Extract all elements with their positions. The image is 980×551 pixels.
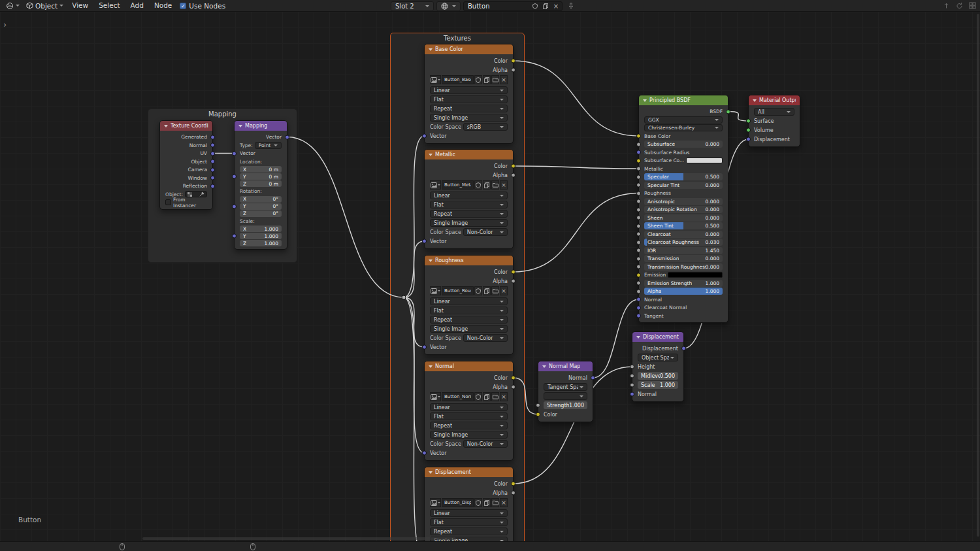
image-browse-button[interactable] <box>430 498 441 507</box>
editor-layout-icon[interactable] <box>969 2 976 9</box>
node-header[interactable]: Normal <box>425 361 513 371</box>
color-space-dropdown[interactable]: sRGB <box>463 123 508 131</box>
editor-type-button[interactable] <box>3 1 23 11</box>
socket-vector-input[interactable] <box>630 392 634 397</box>
socket-value-input[interactable] <box>636 216 641 220</box>
socket-value-input[interactable] <box>636 142 641 146</box>
node-header[interactable]: Material Output <box>749 95 800 105</box>
node-header[interactable]: Displacement <box>425 467 513 477</box>
unlink-image-icon[interactable]: × <box>500 392 508 401</box>
scale-slider[interactable]: Scale1.000 <box>638 381 678 389</box>
socket-value-input[interactable] <box>536 403 540 408</box>
socket-color-output[interactable] <box>511 270 515 275</box>
fake-user-shield-icon[interactable] <box>474 75 482 84</box>
open-image-folder-icon[interactable] <box>491 498 499 507</box>
image-browse-button[interactable] <box>430 286 441 295</box>
refresh-icon[interactable] <box>956 2 963 9</box>
socket-value-input[interactable] <box>636 175 641 179</box>
collapse-triangle-icon[interactable] <box>542 365 546 368</box>
use-nodes-checkbox[interactable]: ✓ Use Nodes <box>180 2 225 10</box>
unlink-image-icon[interactable]: × <box>500 75 508 84</box>
socket-vector-output[interactable] <box>591 376 595 380</box>
strength-slider[interactable]: Strength1.000 <box>544 401 587 409</box>
ggx-dropdown[interactable]: GGX <box>644 116 723 124</box>
repeat-dropdown[interactable]: Repeat <box>430 527 508 535</box>
linear-dropdown[interactable]: Linear <box>430 403 508 411</box>
repeat-dropdown[interactable]: Repeat <box>430 105 508 112</box>
socket-vector-input[interactable] <box>636 150 641 155</box>
unlink-image-icon[interactable]: × <box>500 286 508 295</box>
image-name-field[interactable]: Button_Metallic... <box>442 180 474 190</box>
socket-shader-output[interactable] <box>726 109 730 114</box>
midlevel-slider[interactable]: Midlevel0.500 <box>638 372 678 380</box>
socket-value-output[interactable] <box>511 491 515 495</box>
socket-value-input[interactable] <box>636 167 641 171</box>
socket-color-input[interactable] <box>636 158 641 163</box>
socket-color-output[interactable] <box>511 376 515 380</box>
node-mapping[interactable]: MappingVectorType:PointVectorLocation:X0… <box>234 120 287 250</box>
node-header[interactable]: Texture Coordinate <box>160 121 212 131</box>
region-toggle-icon[interactable]: › <box>3 20 7 29</box>
emission-color-swatch[interactable] <box>668 272 723 278</box>
socket-value-input[interactable] <box>636 207 641 212</box>
node-header[interactable]: Mapping <box>235 121 287 131</box>
sheen-slider[interactable]: Sheen0.000 <box>644 214 723 222</box>
socket-value-input[interactable] <box>636 183 641 188</box>
object-space-dropdown[interactable]: Object Space <box>638 354 678 361</box>
duplicate-image-icon[interactable] <box>483 286 491 295</box>
duplicate-image-icon[interactable] <box>483 498 491 507</box>
node-principled[interactable]: Principled BSDFBSDFGGXChristensen-Burley… <box>638 95 728 323</box>
socket-shader-input[interactable] <box>746 119 751 124</box>
node-header[interactable]: Metallic <box>425 150 513 159</box>
subsurface-slider[interactable]: Subsurface0.000 <box>644 141 723 148</box>
socket-value-input[interactable] <box>636 224 641 228</box>
collapse-triangle-icon[interactable] <box>753 99 757 102</box>
duplicate-image-icon[interactable] <box>483 75 491 84</box>
material-name-field[interactable]: Button × <box>463 1 563 11</box>
socket-vector-input[interactable] <box>746 137 751 142</box>
socket-vector-input[interactable] <box>636 314 641 318</box>
menu-add[interactable]: Add <box>125 0 149 11</box>
linear-dropdown[interactable]: Linear <box>430 297 508 305</box>
fake-user-shield-icon[interactable] <box>474 498 482 507</box>
unlink-image-icon[interactable]: × <box>500 180 508 190</box>
single-image-dropdown[interactable]: Single Image <box>430 431 508 439</box>
socket-vector-input[interactable] <box>422 345 427 350</box>
duplicate-image-icon[interactable] <box>483 392 491 401</box>
node-tex_base[interactable]: Base ColorColorAlphaButton_BaseColo...×L… <box>424 44 514 144</box>
alpha-slider[interactable]: Alpha1.000 <box>644 288 723 295</box>
type-dropdown[interactable]: Point <box>255 142 282 149</box>
fake-user-shield-icon[interactable] <box>474 392 482 401</box>
socket-value-output[interactable] <box>511 173 515 178</box>
repeat-dropdown[interactable]: Repeat <box>430 316 508 324</box>
flat-dropdown[interactable]: Flat <box>430 412 508 420</box>
linear-dropdown[interactable]: Linear <box>430 192 508 199</box>
socket-value-input[interactable] <box>636 265 641 269</box>
vertical-scrollbar[interactable] <box>977 14 979 537</box>
socket-color-input[interactable] <box>636 273 641 277</box>
socket-value-input[interactable] <box>636 199 641 204</box>
socket-value-input[interactable] <box>630 365 634 369</box>
menu-view[interactable]: View <box>67 0 93 11</box>
socket-vector-output[interactable] <box>210 159 215 164</box>
transmission-roughness-slider[interactable]: Transmission Roughness0.000 <box>644 263 723 271</box>
anisotropic-rotation-slider[interactable]: Anisotropic Rotation0.000 <box>644 206 723 213</box>
arrow-up-icon[interactable] <box>943 2 950 9</box>
collapse-triangle-icon[interactable] <box>164 125 168 127</box>
sheen-tint-slider[interactable]: Sheen Tint0.500 <box>644 222 723 229</box>
fake-user-shield-icon[interactable] <box>474 286 482 295</box>
axis-y-field[interactable]: Y0° <box>240 203 282 210</box>
anisotropic-slider[interactable]: Anisotropic0.000 <box>644 198 723 205</box>
socket-color-input[interactable] <box>636 134 641 139</box>
socket-value-input[interactable] <box>630 383 634 388</box>
reroute-node[interactable] <box>402 295 406 300</box>
open-image-folder-icon[interactable] <box>491 392 499 401</box>
socket-value-input[interactable] <box>636 240 641 244</box>
image-browse-button[interactable] <box>430 180 441 190</box>
repeat-dropdown[interactable]: Repeat <box>430 422 508 429</box>
fake-user-shield-icon[interactable] <box>531 2 540 10</box>
new-material-icon[interactable] <box>541 2 550 10</box>
clearcoat-slider[interactable]: Clearcoat0.000 <box>644 231 723 238</box>
image-browse-button[interactable] <box>430 75 441 84</box>
all-dropdown[interactable]: All <box>754 108 794 116</box>
